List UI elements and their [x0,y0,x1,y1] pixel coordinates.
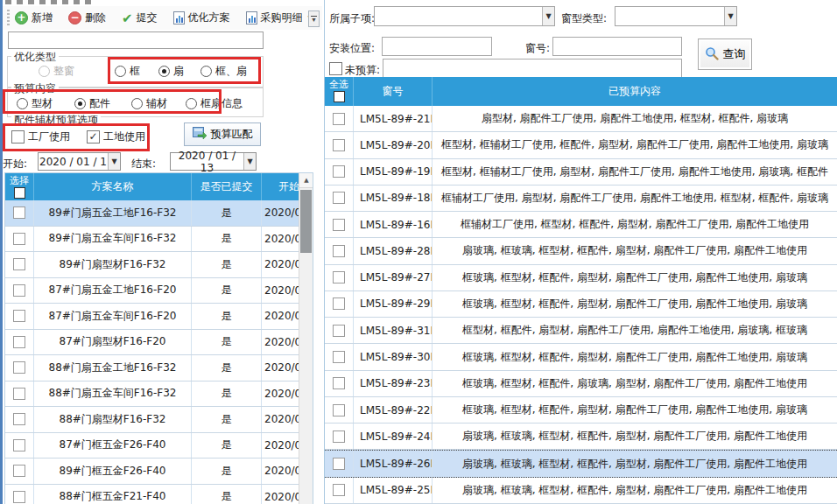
window-type-combobox[interactable]: ▼ [615,6,737,26]
radio-circle-icon[interactable] [17,98,28,109]
scrollbar-thumb[interactable] [300,190,312,253]
plans-table-scrollbar[interactable]: ▲ [299,173,313,504]
plan-table-row[interactable]: 88#门框五金F21-F40是2020/0 [5,485,300,504]
select-all-checkbox[interactable] [334,91,345,102]
window-no-column-header[interactable]: 窗号 [354,77,433,106]
row-checkbox[interactable] [333,351,345,363]
start-column-header[interactable]: 开始 [262,173,300,200]
optimize-plan-button[interactable]: 优化方案 [172,9,232,27]
window-table-row[interactable]: LM5L-89#-26F24扇玻璃, 框玻璃, 框型材, 框配件, 扇型材, 扇… [325,450,837,477]
plan-table-row[interactable]: 87#门扇五金工地F16-F20是2020/0 [5,278,300,304]
add-button[interactable]: + 新增 [13,9,54,27]
chevron-down-icon[interactable]: ▼ [724,7,736,25]
row-checkbox[interactable] [13,206,25,219]
checkbox-icon[interactable] [87,130,100,144]
radio-circle-icon[interactable] [74,98,86,109]
plan-table-row[interactable]: 89#门框五金F26-F40是2020/0 [5,458,300,485]
row-checkbox[interactable] [333,325,345,337]
plan-table-row[interactable]: 88#门扇五金工地F16-F32是2020/0 [5,355,300,382]
checkbox-option[interactable]: 工地使用 [87,130,145,144]
row-checkbox[interactable] [13,361,25,374]
budgeted-content-column-header[interactable]: 已预算内容 [433,77,837,106]
install-location-input[interactable] [382,37,492,56]
date-start-picker[interactable]: 2020 / 01 / 1 ▼ [38,152,121,171]
not-budgeted-input[interactable] [383,59,682,78]
plan-table-row[interactable]: 89#门扇五金工地F16-F32是2020/0 [5,200,300,227]
window-table-row[interactable]: LM5L-89#-28F26扇玻璃, 框玻璃, 框型材, 框配件, 扇型材, 扇… [325,238,837,264]
window-table-row[interactable]: LM5L-89#-29F27框玻璃, 框型材, 框配件, 扇型材, 扇配件工厂使… [325,291,837,318]
plan-table-row[interactable]: 87#门扇五金车间F16-F20是2020/0 [5,304,300,330]
date-end-picker[interactable]: 2020 / 01 / 13 ▼ [170,152,257,171]
row-checkbox[interactable] [13,233,25,245]
scroll-up-icon[interactable]: ▲ [299,173,313,188]
checkbox-icon[interactable] [11,130,25,144]
row-checkbox[interactable] [333,192,345,204]
radio-option[interactable]: 辅材 [131,96,167,111]
radio-option[interactable]: 整窗 [39,64,74,79]
toolbar-overflow-button[interactable]: ▼ [308,10,320,27]
plan-table-row[interactable]: 89#门扇五金车间F16-F32是2020/0 [5,227,300,253]
window-table-row[interactable]: LM5L-89#-27F25框玻璃, 框型材, 框配件, 扇型材, 扇配件工厂使… [325,265,837,291]
radio-circle-icon[interactable] [158,66,170,77]
window-table-row[interactable]: LM5L-89#-19F17框型材, 框辅材工厂使用, 扇型材, 扇配件工厂使用… [325,159,837,186]
window-table-row[interactable]: LM5L-89#-22F20框玻璃, 框型材, 框配件, 扇型材, 扇配件工厂使… [325,397,837,424]
row-checkbox[interactable] [333,377,345,389]
not-budgeted-checkbox[interactable] [329,62,342,75]
query-button[interactable]: 查询 [698,38,752,70]
radio-option[interactable]: 框扇信息 [186,96,243,111]
radio-option[interactable]: 配件 [74,96,110,111]
row-checkbox[interactable] [13,310,25,322]
row-checkbox[interactable] [13,413,25,425]
row-checkbox[interactable] [333,298,345,310]
chevron-down-icon[interactable]: ▼ [108,153,120,170]
row-checkbox[interactable] [333,271,345,284]
checkbox-option[interactable]: 工厂使用 [11,130,70,144]
window-no-input[interactable] [552,37,682,56]
row-checkbox[interactable] [333,165,345,178]
row-checkbox[interactable] [13,258,25,270]
row-checkbox[interactable] [13,336,25,348]
row-checkbox[interactable] [13,439,25,452]
row-checkbox[interactable] [333,458,345,470]
row-checkbox[interactable] [333,139,345,151]
plan-table-row[interactable]: 88#门扇五金车间F16-F32是2020/0 [5,382,300,408]
window-table-row[interactable]: LM5L-89#-24F22扇玻璃, 框玻璃, 框型材, 框配件, 扇型材, 扇… [325,424,837,450]
row-checkbox[interactable] [13,388,25,400]
row-checkbox[interactable] [333,113,345,125]
radio-option[interactable]: 型材 [17,96,53,111]
window-table-row[interactable]: LM5L-89#-23F21框玻璃, 框型材, 框配件, 扇玻璃, 扇型材, 扇… [325,371,837,397]
row-checkbox[interactable] [333,245,345,257]
row-checkbox[interactable] [13,465,25,477]
select-all-checkbox[interactable] [14,187,25,199]
row-checkbox[interactable] [333,404,345,416]
budget-match-button[interactable]: 预算匹配 [184,122,261,146]
window-table-row[interactable]: LM5L-89#-30F28框玻璃, 框型材, 框配件, 扇型材, 扇配件工厂使… [325,344,837,370]
radio-circle-icon[interactable] [39,66,50,77]
plan-table-row[interactable]: 87#门扇型材F16-F20是2020/0 [5,330,300,356]
purchase-detail-button[interactable]: 采购明细 ▼ [244,9,316,27]
radio-circle-icon[interactable] [115,66,126,77]
radio-option[interactable]: 框、扇 [200,64,247,79]
plan-filter-input[interactable] [8,32,264,49]
submitted-column-header[interactable]: 是否已提交 [192,173,262,200]
plan-table-row[interactable]: 89#门扇型材F16-F32是2020/0 [5,252,300,278]
window-table-row[interactable]: LM5L-89#-31F29框型材, 框配件, 扇型材, 扇配件工厂使用, 扇配… [325,318,837,344]
submit-button[interactable]: ✔ 提交 [120,9,159,27]
window-table-row[interactable]: LM5L-89#-18F16框辅材工厂使用, 扇型材, 扇配件工厂使用, 扇配件… [325,186,837,212]
window-table-row[interactable]: LM5L-89#-25F23扇玻璃, 框玻璃, 框型材, 框配件, 扇型材, 扇… [325,478,837,504]
plan-table-row[interactable]: 88#门扇型材F16-F32是2020/0 [5,407,300,433]
radio-circle-icon[interactable] [200,66,212,77]
radio-circle-icon[interactable] [131,98,143,109]
row-checkbox[interactable] [13,284,25,297]
window-table-row[interactable]: LM5L-89#-21F19扇型材, 扇配件工厂使用, 扇配件工地使用, 框型材… [325,106,837,132]
window-table-row[interactable]: LM5L-89#-20F18框型材, 框辅材工厂使用, 框配件, 扇型材, 扇配… [325,132,837,158]
radio-option[interactable]: 扇 [158,64,184,79]
delete-button[interactable]: − 删除 [67,9,108,27]
radio-option[interactable]: 框 [115,64,140,79]
radio-circle-icon[interactable] [186,98,197,109]
chevron-down-icon[interactable]: ▼ [243,153,256,170]
chevron-down-icon[interactable]: ▼ [542,7,554,25]
window-table-row[interactable]: LM5L-89#-16F15框辅材工厂使用, 框型材, 框配件, 扇型材, 扇配… [325,212,837,238]
row-checkbox[interactable] [13,491,25,503]
plan-table-row[interactable]: 87#门框五金F26-F40是2020/0 [5,433,300,459]
